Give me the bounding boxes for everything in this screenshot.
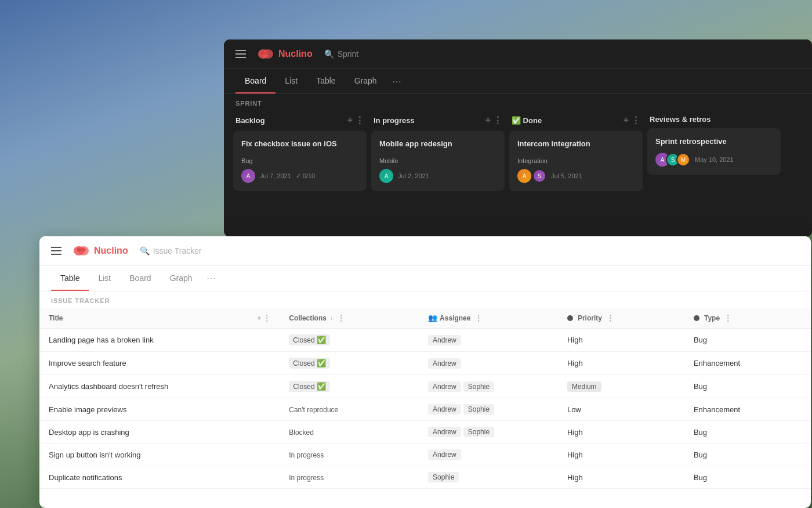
assignee-andrew-4: Andrew [428, 404, 461, 415]
col-header-inprogress: In progress + ⋮ [371, 110, 505, 131]
sprint-window: Nuclino 🔍 Sprint Board List Table Graph … [224, 39, 812, 237]
issue-section-label: ISSUE TRACKER [39, 291, 811, 308]
issue-top-bar: Nuclino 🔍 Issue Tracker [39, 236, 811, 266]
badge-inprogress-6: In progress [289, 451, 324, 459]
tab-table[interactable]: Table [307, 69, 345, 93]
cell-collection-6: In progress [280, 444, 419, 466]
assignee-icon: 👥 [428, 314, 437, 322]
more-column-icon[interactable]: ⋮ [263, 314, 270, 322]
issue-tab-list[interactable]: List [89, 266, 120, 291]
more-inprogress-icon[interactable]: ⋮ [493, 115, 502, 126]
card-fix-checkbox[interactable]: Fix checkbox issue on iOS Bug A Jul 7, 2… [233, 131, 367, 191]
th-title: Title + ⋮ [39, 308, 280, 329]
priority-high-5: High [567, 428, 583, 437]
priority-high-1: High [567, 336, 583, 344]
cell-collection-5: Blocked [280, 421, 419, 444]
more-collections-icon[interactable]: ⋮ [338, 314, 345, 322]
more-backlog-icon[interactable]: ⋮ [355, 115, 364, 126]
card-date-retro: May 10, 2021 [695, 156, 734, 163]
avatar-backlog-card: A [241, 169, 255, 183]
add-inprogress-icon[interactable]: + [485, 115, 491, 126]
add-column-icon[interactable]: + [257, 314, 261, 322]
card-title-retro: Sprint retrospective [655, 136, 773, 147]
avatar-group-retro: A S M [655, 153, 690, 167]
assignee-sophie-3: Sophie [463, 381, 494, 392]
cell-assignee-4: Andrew Sophie [419, 398, 558, 421]
issue-tab-table[interactable]: Table [51, 266, 89, 291]
assignee-chips-4: Andrew Sophie [428, 404, 549, 415]
avatar-intercom-2: S [532, 169, 546, 183]
th-type: Type ⋮ [684, 308, 811, 329]
tab-list[interactable]: List [276, 69, 307, 93]
more-done-icon[interactable]: ⋮ [631, 115, 640, 126]
card-sprint-retro[interactable]: Sprint retrospective A S M May 10, 2021 [647, 128, 781, 175]
table-row: Enable image previews Can't reproduce An… [39, 398, 811, 421]
tab-board[interactable]: Board [235, 69, 276, 93]
type-enhancement-2: Enhancement [694, 359, 740, 368]
add-done-icon[interactable]: + [624, 115, 629, 126]
more-type-icon[interactable]: ⋮ [724, 314, 731, 322]
card-mobile-redesign[interactable]: Mobile app redesign Mobile A Jul 2, 2021 [371, 131, 505, 191]
tab-graph[interactable]: Graph [345, 69, 386, 93]
sprint-tabs-bar: Board List Table Graph ⋯ [224, 69, 812, 94]
sprint-search-placeholder: Sprint [338, 49, 359, 59]
th-title-label: Title [49, 314, 63, 322]
table-row: Improve search feature Closed ✅ Andrew [39, 352, 811, 375]
cell-title-6: Sign up button isn't working [39, 444, 280, 466]
card-title-fix-checkbox: Fix checkbox issue on iOS [241, 139, 358, 149]
issue-menu-icon[interactable] [51, 247, 61, 255]
issue-tab-more-icon[interactable]: ⋯ [202, 266, 220, 291]
th-priority: Priority ⋮ [558, 308, 684, 329]
assignee-chips-7: Sophie [428, 472, 549, 482]
svg-point-7 [81, 248, 86, 252]
badge-closed-text-1: Closed [293, 336, 314, 344]
issue-search[interactable]: 🔍 Issue Tracker [140, 246, 202, 255]
type-bug-1: Bug [694, 336, 707, 344]
issue-brain-icon [73, 244, 89, 257]
tab-more-icon[interactable]: ⋯ [386, 71, 407, 92]
cell-priority-5: High [558, 421, 684, 444]
col-header-actions-backlog: + ⋮ [347, 115, 364, 126]
brain-icon [258, 48, 274, 60]
add-backlog-icon[interactable]: + [347, 115, 353, 126]
type-bug-3: Bug [694, 382, 707, 391]
search-icon: 🔍 [324, 49, 334, 59]
col-title-done: ✅ Done [512, 116, 542, 125]
col-header-actions-done: + ⋮ [624, 115, 640, 126]
badge-cant-4: Can't reproduce [289, 406, 338, 414]
cell-title-5: Desktop app is crashing [39, 421, 280, 444]
badge-closed-text-3: Closed [293, 383, 314, 391]
cell-assignee-6: Andrew [419, 444, 558, 466]
issue-search-placeholder: Issue Tracker [153, 246, 202, 255]
priority-high-6: High [567, 451, 583, 459]
sprint-section-label: SPRINT [224, 94, 812, 110]
card-tag-integration: Integration [517, 157, 548, 164]
issue-tab-graph[interactable]: Graph [161, 266, 202, 291]
board-columns: Backlog + ⋮ Fix checkbox issue on iOS Bu… [224, 110, 812, 196]
cell-priority-3: Medium [558, 375, 684, 398]
badge-closed-1: Closed ✅ [289, 334, 329, 345]
card-footer-fix-checkbox: A Jul 7, 2021 ✓ 0/10 [241, 169, 358, 183]
issue-tab-board[interactable]: Board [120, 266, 160, 291]
sort-collections-icon[interactable]: ↓ [330, 315, 333, 321]
assignee-chips-5: Andrew Sophie [428, 427, 549, 437]
assignee-sophie-7: Sophie [428, 472, 459, 482]
sprint-search[interactable]: 🔍 Sprint [324, 49, 359, 59]
menu-icon[interactable] [235, 50, 246, 58]
cell-assignee-3: Andrew Sophie [419, 375, 558, 398]
cell-assignee-2: Andrew [419, 352, 558, 375]
cell-type-3: Bug [684, 375, 811, 398]
th-assignee-label: Assignee [440, 314, 470, 322]
badge-check-2: ✅ [317, 359, 326, 368]
issue-logo-text: Nuclino [94, 246, 128, 256]
more-assignee-icon[interactable]: ⋮ [475, 314, 482, 322]
cell-priority-1: High [558, 329, 684, 352]
more-priority-icon[interactable]: ⋮ [607, 314, 614, 322]
issue-search-icon: 🔍 [140, 246, 150, 255]
assignee-chips-3: Andrew Sophie [428, 381, 549, 392]
cell-collection-1: Closed ✅ [280, 329, 419, 352]
svg-point-3 [266, 51, 270, 55]
card-intercom[interactable]: Intercom integration Integration A S Jul… [509, 131, 643, 191]
table-row: Desktop app is crashing Blocked Andrew S… [39, 421, 811, 444]
cell-type-4: Enhancement [684, 398, 811, 421]
